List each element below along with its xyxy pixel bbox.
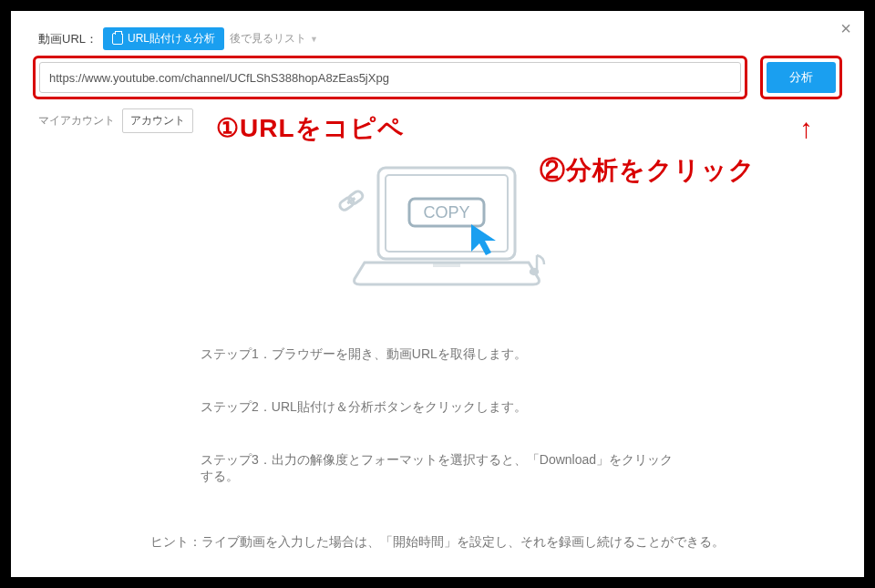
my-account-label: マイアカウント [38,113,115,129]
top-bar: 動画URL： URL貼付け＆分析 後で見るリスト ▼ [11,11,864,56]
chevron-down-icon: ▼ [310,35,318,44]
url-input[interactable] [39,62,741,93]
close-icon[interactable]: × [840,18,851,39]
analyze-button-highlight: 分析 [760,56,842,99]
url-input-highlight [33,56,747,99]
paste-analyze-label: URL貼付け＆分析 [128,31,215,46]
hint-text: ヒント：ライブ動画を入力した場合は、「開始時間」を設定し、それを録画し続けること… [11,534,864,551]
url-input-row: 分析 [11,56,864,99]
laptop-copy-illustration: COPY [314,160,561,310]
paste-analyze-button[interactable]: URL貼付け＆分析 [103,27,224,50]
svg-rect-7 [433,263,460,267]
url-label: 動画URL： [38,31,98,47]
watch-later-label: 後で見るリスト [230,31,306,46]
outer-frame: × 動画URL： URL貼付け＆分析 後で見るリスト ▼ 分析 マイアカウント … [0,0,875,588]
step-1: ステップ1．ブラウザーを開き、動画URLを取得します。 [201,346,674,363]
analyze-button[interactable]: 分析 [767,62,836,93]
svg-marker-6 [471,224,496,255]
steps-block: ステップ1．ブラウザーを開き、動画URLを取得します。 ステップ2．URL貼付け… [11,328,864,503]
svg-point-8 [530,269,538,274]
step-3: ステップ3．出力の解像度とフォーマットを選択すると、「Download」をクリッ… [201,452,674,485]
clipboard-icon [112,33,123,45]
app-panel: × 動画URL： URL貼付け＆分析 後で見るリスト ▼ 分析 マイアカウント … [11,11,864,577]
account-button[interactable]: アカウント [122,108,193,133]
illustration-area: COPY [11,133,864,328]
copy-label-text: COPY [423,203,469,222]
account-row: マイアカウント アカウント [11,99,864,133]
step-2: ステップ2．URL貼付け＆分析ボタンをクリックします。 [201,399,674,416]
watch-later-dropdown[interactable]: 後で見るリスト ▼ [230,31,318,46]
